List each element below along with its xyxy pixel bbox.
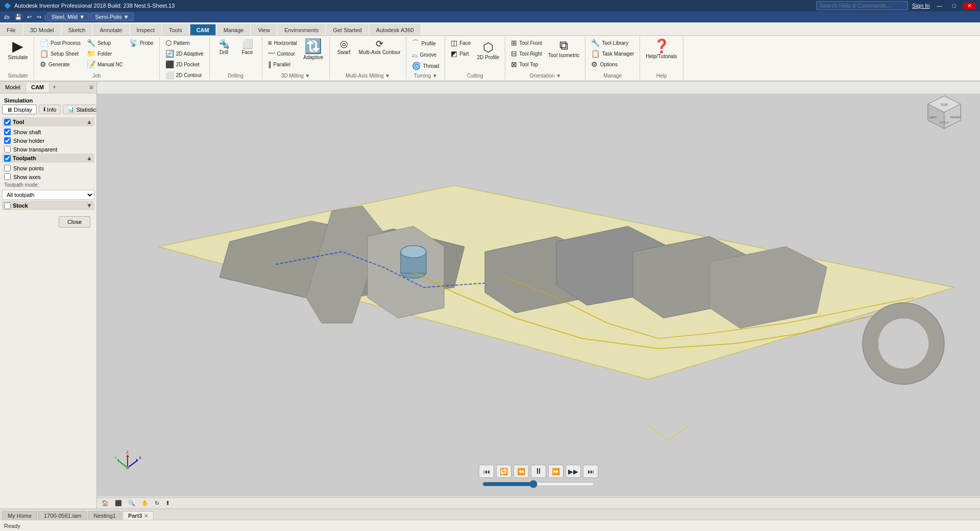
2d-adaptive-button[interactable]: 🔄 2D Adaptive (163, 48, 206, 59)
tool-library-button[interactable]: 🔧 Tool Library (589, 38, 636, 48)
expand-btn[interactable]: ⬆ (163, 499, 173, 508)
toolpath-section-header[interactable]: Toolpath ▲ (2, 154, 94, 163)
tab-a360[interactable]: Autodesk A360 (370, 24, 421, 35)
tab-inspect[interactable]: Inspect (130, 24, 161, 35)
tab-annotate[interactable]: Annotate (93, 24, 129, 35)
setup-button[interactable]: 🔧 Setup (84, 38, 126, 48)
tab-3dmodel[interactable]: 3D Model (23, 24, 61, 35)
face-button[interactable]: ⬜ Face (236, 38, 259, 57)
toolpath-mode-select[interactable]: All toolpath Active toolpath None (2, 190, 94, 200)
sim-tab-statistics[interactable]: 📊 Statistics (63, 105, 96, 114)
show-points-checkbox[interactable] (4, 165, 11, 171)
2d-contour-button[interactable]: ⬜ 2D Contour (163, 70, 206, 80)
skip-end-btn[interactable]: ⏭ (583, 465, 598, 478)
part3-close-icon[interactable]: ✕ (144, 513, 148, 519)
stock-section-toggle[interactable]: ▼ (86, 202, 92, 209)
2d-pocket-button[interactable]: ⬛ 2D Pocket (163, 59, 206, 69)
close-button[interactable]: Close (59, 216, 90, 227)
loop-btn[interactable]: 🔁 (496, 465, 511, 478)
pause-btn[interactable]: ⏸ (531, 465, 546, 478)
tab-part3[interactable]: Part3 ✕ (122, 511, 154, 520)
redo-btn[interactable]: ↪ (35, 13, 43, 21)
task-manager-button[interactable]: 📋 Task Manager (589, 48, 636, 59)
tab-nesting[interactable]: Nesting1 (88, 511, 121, 520)
drill-button[interactable]: 🔩 Drill (213, 38, 235, 57)
tool-top-button[interactable]: ⊠ Tool Top (508, 59, 544, 69)
show-shaft-checkbox[interactable] (4, 129, 11, 135)
search-input[interactable] (816, 1, 908, 10)
tab-sketch[interactable]: Sketch (62, 24, 92, 35)
swarf-button[interactable]: ◎ Swarf (333, 38, 355, 57)
tab-get-started[interactable]: Get Started (326, 24, 368, 35)
material-selector[interactable]: Steel, Mild ▼ (47, 13, 89, 21)
home-view-btn[interactable]: 🏠 (99, 499, 111, 508)
toolpath-section-toggle[interactable]: ▲ (86, 155, 92, 162)
show-transparent-row[interactable]: Show transparent (2, 145, 94, 154)
profile-button[interactable]: ⌒ Profile (409, 38, 442, 49)
show-points-row[interactable]: Show points (2, 164, 94, 172)
panel-menu-btn[interactable]: ≡ (86, 82, 96, 93)
help-tutorials-button[interactable]: ❓ Help/Tutorials (643, 38, 679, 61)
horizontal-button[interactable]: ≡ Horizontal (265, 38, 300, 48)
step-fwd-btn[interactable]: ⏩ (548, 465, 564, 478)
tab-file[interactable]: File (0, 24, 22, 35)
skip-to-start-btn[interactable]: ⏮ (479, 465, 494, 478)
view-cube[interactable]: TOP LEFT FRONT WOLLO (924, 92, 965, 133)
tool-section-toggle[interactable]: ▲ (86, 118, 92, 125)
simulate-button[interactable]: ▶ Simulate (5, 38, 31, 62)
setup-sheet-button[interactable]: 📋 Setup Sheet (37, 48, 83, 59)
stock-section-checkbox[interactable] (4, 203, 11, 209)
contour-button[interactable]: 〰 Contour (265, 48, 300, 59)
thread-button[interactable]: 🌀 Thread (409, 61, 442, 71)
sim-tab-display[interactable]: 🖥 Display (2, 105, 37, 114)
show-holder-row[interactable]: Show holder (2, 136, 94, 145)
open-btn[interactable]: 🗁 (2, 13, 12, 21)
tool-front-button[interactable]: ⊞ Tool Front (508, 38, 544, 48)
maximize-btn[interactable]: □ (949, 3, 959, 9)
pattern-button[interactable]: ⬡ Pattern (163, 38, 206, 48)
look-at-btn[interactable]: ⬛ (112, 499, 125, 508)
generate-button[interactable]: ⚙ Generate (37, 59, 83, 69)
adaptive-button[interactable]: 🔃 Adaptive (301, 38, 326, 62)
show-shaft-row[interactable]: Show shaft (2, 128, 94, 136)
undo-btn[interactable]: ↩ (25, 13, 34, 21)
tool-right-button[interactable]: ⊟ Tool Right (508, 48, 544, 59)
add-panel-tab[interactable]: + (50, 82, 59, 92)
face-cut-button[interactable]: ◫ Face (448, 38, 473, 48)
toolpath-section-checkbox[interactable] (4, 155, 11, 162)
show-axes-checkbox[interactable] (4, 173, 11, 180)
show-axes-row[interactable]: Show axes (2, 172, 94, 181)
tab-manage[interactable]: Manage (217, 24, 251, 35)
tab-view[interactable]: View (251, 24, 277, 35)
show-holder-checkbox[interactable] (4, 137, 11, 144)
tab-my-home[interactable]: My Home (2, 511, 37, 520)
2d-profile-button[interactable]: ⬡ 2D Profile (474, 40, 502, 62)
tool-section-header[interactable]: Tool ▲ (2, 117, 94, 127)
post-process-button[interactable]: 📄 Post Process (37, 38, 83, 48)
folder-button[interactable]: 📁 Folder (84, 48, 126, 59)
stock-section-header[interactable]: Stock ▼ (2, 201, 94, 210)
next-op-btn[interactable]: ▶▶ (566, 465, 581, 478)
orbit-btn[interactable]: ↻ (152, 499, 162, 508)
close-btn-title[interactable]: ✕ (963, 3, 976, 9)
pan-btn[interactable]: ✋ (139, 499, 151, 508)
probe-button[interactable]: 📡 Probe (127, 38, 156, 48)
sign-in-link[interactable]: Sign In (912, 3, 929, 9)
part-button[interactable]: ◩ Part (448, 48, 473, 59)
tab-environments[interactable]: Environments (278, 24, 325, 35)
viewport[interactable]: TOP LEFT FRONT WOLLO X Y Z (97, 82, 980, 509)
show-transparent-checkbox[interactable] (4, 146, 11, 153)
groove-button[interactable]: ⌓ Groove (409, 49, 442, 60)
tool-isometric-button[interactable]: ⧉ Tool Isometric (546, 38, 582, 60)
options-button[interactable]: ⚙ Options (589, 59, 636, 69)
tab-cam[interactable]: CAM (190, 24, 216, 35)
tool-section-checkbox[interactable] (4, 119, 11, 125)
save-btn[interactable]: 💾 (13, 13, 24, 21)
panel-tab-model[interactable]: Model (0, 83, 26, 92)
sim-progress-slider[interactable] (482, 480, 595, 488)
manual-nc-button[interactable]: 📝 Manual NC (84, 59, 126, 69)
step-back-btn[interactable]: ⏪ (513, 465, 529, 478)
tab-tools[interactable]: Tools (162, 24, 189, 35)
panel-tab-cam[interactable]: CAM (26, 83, 50, 92)
parallel-button[interactable]: ∥ Parallel (265, 59, 300, 69)
